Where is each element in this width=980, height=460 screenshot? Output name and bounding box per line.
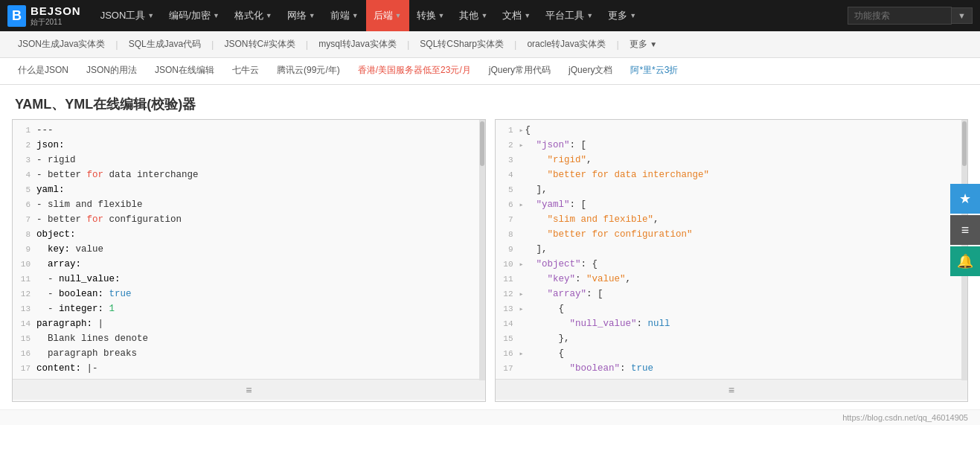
bell-icon: 🔔 [957, 253, 973, 269]
yaml-line-9: 9 key: value [13, 242, 485, 257]
yaml-editor-toolbar[interactable]: ≡ [13, 379, 485, 400]
yaml-scrollbar-thumb[interactable] [480, 121, 484, 166]
tab-qiniu[interactable]: 七牛云 [223, 58, 268, 84]
status-bar: https://blog.csdn.net/qq_46014905 [0, 409, 980, 425]
side-buttons: ★ ≡ 🔔 [950, 184, 980, 276]
yaml-line-15: 15 Blank lines denote [13, 331, 485, 346]
tab-json-editor[interactable]: JSON在线编辑 [146, 58, 223, 84]
top-nav: B BEJSON 始于2011 JSON工具 ▼ 编码/加密 ▼ 格式化 ▼ 网… [0, 0, 980, 31]
notification-button[interactable]: 🔔 [950, 246, 980, 276]
nav-backend[interactable]: 后端 ▼ [366, 0, 409, 31]
json-line-16: 16 ▸ { [496, 346, 968, 361]
yaml-line-1: 1 --- [13, 123, 485, 138]
logo-b-icon: B [12, 8, 22, 24]
json-line-2: 2 ▸ "json": [ [496, 138, 968, 153]
yaml-line-7: 7 - better for configuration [13, 212, 485, 227]
menu-icon: ≡ [961, 223, 970, 238]
json-line-1: 1 ▸ { [496, 123, 968, 138]
sub-nav: JSON生成Java实体类 | SQL生成Java代码 | JSON转C#实体类… [0, 31, 980, 58]
json-editor[interactable]: 1 ▸ { 2 ▸ "json": [ 3 ▸ "rigid", 4 ▸ "b [495, 119, 969, 402]
nav-other[interactable]: 其他 ▼ [452, 0, 495, 31]
nav-more[interactable]: 更多 ▼ [601, 0, 644, 31]
yaml-line-4: 4 - better for data interchange [13, 167, 485, 182]
tab-aliyun[interactable]: 阿*里*云3折 [621, 58, 687, 84]
json-line-4: 4 ▸ "better for data interchange" [496, 167, 968, 182]
nav-docs[interactable]: 文档 ▼ [495, 0, 538, 31]
json-line-11: 11 ▸ "key": "value", [496, 272, 968, 287]
search-button[interactable]: ▼ [952, 7, 973, 24]
favorite-button[interactable]: ★ [950, 184, 980, 214]
chevron-down-icon: ▼ [213, 12, 220, 19]
yaml-editor-scrollbar[interactable] [479, 120, 485, 380]
logo-text: BEJSON 始于2011 [31, 4, 81, 28]
chevron-down-icon: ▼ [586, 12, 593, 19]
sub-nav-json-java[interactable]: JSON生成Java实体类 [12, 35, 111, 54]
json-line-5: 5 ▸ ], [496, 182, 968, 197]
tabs-bar: 什么是JSON JSON的用法 JSON在线编辑 七牛云 腾讯云(99元/年) … [0, 58, 980, 85]
yaml-line-8: 8 object: [13, 227, 485, 242]
collapse-icon: ▸ [519, 125, 524, 137]
chevron-down-icon: ▼ [352, 12, 359, 19]
menu-button[interactable]: ≡ [950, 215, 980, 245]
chevron-down-icon: ▼ [147, 12, 154, 19]
sub-nav-json-csharp[interactable]: JSON转C#实体类 [219, 35, 301, 54]
chevron-down-icon: ▼ [266, 12, 272, 19]
tab-hk-server[interactable]: 香港/美国服务器低至23元/月 [349, 58, 480, 84]
status-url: https://blog.csdn.net/qq_46014905 [842, 413, 968, 422]
json-editor-content[interactable]: 1 ▸ { 2 ▸ "json": [ 3 ▸ "rigid", 4 ▸ "b [496, 120, 968, 379]
tab-jquery-code[interactable]: jQuery常用代码 [480, 58, 560, 84]
page-title: YAML、YML在线编辑(校验)器 [15, 95, 965, 113]
chevron-down-icon: ▼ [395, 12, 402, 19]
json-line-17: 17 ▸ "boolean": true [496, 361, 968, 376]
json-line-12: 12 ▸ "array": [ [496, 287, 968, 301]
json-line-13: 13 ▸ { [496, 301, 968, 316]
yaml-line-17: 17 content: |- [13, 361, 485, 376]
nav-platform[interactable]: 平台工具 ▼ [538, 0, 601, 31]
nav-convert[interactable]: 转换 ▼ [409, 0, 452, 31]
json-line-7: 7 ▸ "slim and flexible", [496, 212, 968, 227]
logo[interactable]: B BEJSON 始于2011 [7, 4, 81, 28]
logo-since: 始于2011 [31, 17, 81, 28]
yaml-line-2: 2 json: [13, 138, 485, 153]
sub-nav-oracle-java[interactable]: oracle转Java实体类 [521, 35, 612, 54]
nav-frontend[interactable]: 前端 ▼ [323, 0, 366, 31]
sub-nav-mysql-java[interactable]: mysql转Java实体类 [313, 35, 403, 54]
yaml-line-12: 12 - boolean: true [13, 287, 485, 301]
nav-format[interactable]: 格式化 ▼ [227, 0, 280, 31]
yaml-line-3: 3 - rigid [13, 153, 485, 167]
json-line-6: 6 ▸ "yaml": [ [496, 197, 968, 212]
editors-container: 1 --- 2 json: 3 - rigid 4 - better for d… [0, 119, 980, 409]
sub-nav-more[interactable]: 更多 ▼ [624, 35, 663, 54]
nav-json-tools[interactable]: JSON工具 ▼ [93, 0, 162, 31]
tab-tencent[interactable]: 腾讯云(99元/年) [268, 58, 349, 84]
yaml-line-6: 6 - slim and flexible [13, 197, 485, 212]
yaml-line-16: 16 paragraph breaks [13, 346, 485, 361]
json-editor-toolbar[interactable]: ≡ [496, 379, 968, 400]
nav-network[interactable]: 网络 ▼ [280, 0, 323, 31]
json-line-14: 14 ▸ "null_value": null [496, 316, 968, 331]
tab-json-usage[interactable]: JSON的用法 [77, 58, 146, 84]
search-input[interactable] [848, 7, 952, 25]
json-scrollbar-thumb[interactable] [962, 121, 967, 166]
collapse-icon: ▸ [519, 140, 524, 152]
collapse-icon: ▸ [519, 199, 524, 211]
sub-nav-sql-java[interactable]: SQL生成Java代码 [123, 35, 207, 54]
star-icon: ★ [959, 191, 971, 207]
json-line-8: 8 ▸ "better for configuration" [496, 227, 968, 242]
collapse-icon: ▸ [519, 348, 524, 360]
yaml-line-5: 5 yaml: [13, 182, 485, 197]
logo-brand: BEJSON [31, 4, 81, 17]
logo-box: B [7, 5, 26, 27]
yaml-editor[interactable]: 1 --- 2 json: 3 - rigid 4 - better for d… [12, 119, 486, 402]
tab-what-is-json[interactable]: 什么是JSON [9, 58, 77, 84]
tab-jquery-docs[interactable]: jQuery文档 [560, 58, 621, 84]
chevron-down-icon: ▼ [309, 12, 316, 19]
yaml-line-10: 10 array: [13, 257, 485, 272]
collapse-icon: ▸ [519, 304, 524, 316]
chevron-down-icon: ▼ [481, 12, 487, 19]
nav-encode[interactable]: 编码/加密 ▼ [161, 0, 227, 31]
collapse-icon: ▸ [519, 289, 524, 301]
sub-nav-sql-csharp[interactable]: SQL转CSharp实体类 [414, 35, 510, 54]
yaml-editor-content[interactable]: 1 --- 2 json: 3 - rigid 4 - better for d… [13, 120, 485, 379]
page-title-area: YAML、YML在线编辑(校验)器 [0, 85, 980, 119]
